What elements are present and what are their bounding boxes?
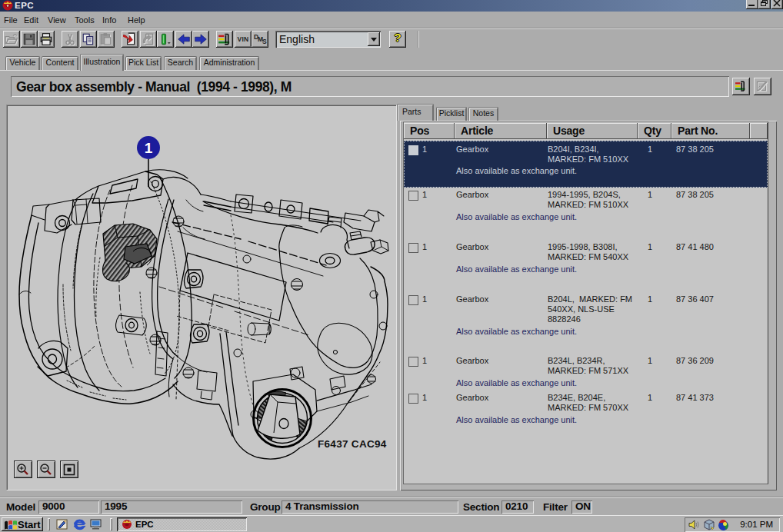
svg-text:F6437 CAC94: F6437 CAC94 (318, 438, 387, 450)
